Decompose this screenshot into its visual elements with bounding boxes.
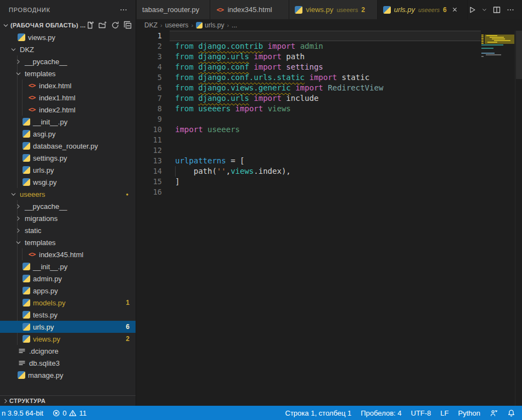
code-line-7: from django.urls import include bbox=[175, 93, 478, 104]
tree-row-manage.py[interactable]: manage.py bbox=[0, 369, 136, 381]
tree-row-admin.py[interactable]: admin.py bbox=[0, 273, 136, 285]
tree-row-DKZ[interactable]: DKZ bbox=[0, 43, 136, 55]
python-icon bbox=[23, 287, 30, 294]
status-item[interactable]: UTF-8 bbox=[411, 409, 431, 417]
tree-row-templates[interactable]: templates bbox=[0, 67, 136, 80]
tree-row-wsgi.py[interactable]: wsgi.py bbox=[0, 176, 136, 188]
tab-description: useeers bbox=[418, 7, 440, 13]
tree-item-label: wsgi.py bbox=[33, 178, 57, 186]
status-problems[interactable]: 011 bbox=[52, 409, 87, 417]
tree-row-index.html[interactable]: <>index.html bbox=[0, 80, 136, 92]
breadcrumb-item[interactable]: DKZ bbox=[144, 21, 158, 29]
tab-tabase-roouter.py[interactable]: tabase_roouter.py bbox=[137, 0, 210, 19]
tree-row-views.py[interactable]: views.py bbox=[0, 31, 136, 43]
html-icon: <> bbox=[27, 94, 36, 101]
code-line-11 bbox=[175, 135, 478, 145]
outline-label: СТРУКТУРА bbox=[9, 398, 46, 404]
tree-row-urls.py[interactable]: urls.py6 bbox=[0, 321, 136, 333]
code-line-4: from django.conf import settings bbox=[175, 62, 478, 72]
breadcrumb-item[interactable]: useeers bbox=[165, 21, 189, 29]
tab-bar: tabase_roouter.py<>index345.htmlviews.py… bbox=[137, 0, 522, 19]
chevron-right-icon bbox=[15, 58, 22, 65]
tab-description: useeers bbox=[336, 7, 358, 13]
tree-row-database-roouter.py[interactable]: database_roouter.py bbox=[0, 140, 136, 152]
file-tree: views.pyDKZ__pycache__templates<>index.h… bbox=[0, 31, 136, 381]
tree-row-static[interactable]: static bbox=[0, 224, 136, 236]
code-token: views bbox=[231, 167, 254, 175]
tree-row-settings.py[interactable]: settings.py bbox=[0, 152, 136, 164]
tree-row-models.py[interactable]: models.py1 bbox=[0, 297, 136, 309]
status-item[interactable]: Пробелов: 4 bbox=[361, 409, 401, 417]
code-token: import bbox=[295, 83, 323, 92]
tree-row-tests.py[interactable]: tests.py bbox=[0, 309, 136, 321]
html-icon: <> bbox=[216, 6, 224, 14]
code-editor[interactable]: 12345678910111213141516 from django.cont… bbox=[137, 31, 522, 406]
more-actions-icon[interactable] bbox=[506, 5, 515, 14]
tree-row-asgi.py[interactable]: asgi.py bbox=[0, 128, 136, 140]
status-item[interactable]: LF bbox=[440, 409, 448, 417]
close-icon[interactable] bbox=[451, 6, 458, 13]
run-dropdown-icon[interactable] bbox=[481, 5, 487, 14]
feedback-icon bbox=[490, 409, 498, 417]
breadcrumb-item[interactable]: urls.py bbox=[196, 21, 224, 29]
code-token: RedirectView bbox=[328, 83, 383, 92]
code-token: , bbox=[226, 167, 231, 175]
status-feedback[interactable] bbox=[490, 409, 498, 417]
tree-row-templates[interactable]: templates bbox=[0, 236, 136, 248]
code-token: admin bbox=[300, 42, 323, 50]
tree-row-migrations[interactable]: migrations bbox=[0, 212, 136, 224]
explorer-sidebar: ПРОВОДНИК (РАБОЧАЯ ОБЛАСТЬ) ... views.py… bbox=[0, 0, 136, 406]
more-actions-icon[interactable] bbox=[119, 5, 128, 14]
collapse-all-icon[interactable] bbox=[124, 21, 132, 30]
minimap-line bbox=[481, 56, 484, 57]
run-icon[interactable] bbox=[468, 5, 476, 14]
tab-urls.py[interactable]: urls.pyuseeers6 bbox=[378, 0, 468, 19]
status-interpreter[interactable]: n 3.9.5 64-bit bbox=[2, 409, 43, 417]
scrollbar-thumb[interactable] bbox=[516, 31, 522, 79]
tab-views.py[interactable]: views.pyuseeers2 bbox=[289, 0, 377, 19]
tree-row-index1.html[interactable]: <>index1.html bbox=[0, 92, 136, 104]
minimap-line bbox=[481, 38, 484, 39]
tree-item-label: templates bbox=[25, 239, 55, 247]
tree-item-label: static bbox=[25, 226, 41, 235]
minimap[interactable] bbox=[481, 32, 514, 147]
outline-section-header[interactable]: СТРУКТУРА bbox=[0, 395, 136, 406]
chevron-right-icon bbox=[15, 203, 22, 210]
status-bell[interactable] bbox=[507, 409, 515, 417]
tree-row-db.sqlite3[interactable]: db.sqlite3 bbox=[0, 357, 136, 369]
tree-row-useeers[interactable]: useeers● bbox=[0, 188, 136, 200]
tree-item-label: db.sqlite3 bbox=[29, 359, 60, 367]
chevron-right-icon bbox=[15, 215, 22, 222]
line-number: 9 bbox=[137, 114, 162, 124]
tree-row--pycache-[interactable]: __pycache__ bbox=[0, 200, 136, 212]
status-item[interactable]: Python bbox=[458, 409, 480, 417]
tree-row--pycache-[interactable]: __pycache__ bbox=[0, 55, 136, 67]
explorer-title: ПРОВОДНИК bbox=[9, 7, 50, 13]
code-line-8: from useeers import views bbox=[175, 104, 478, 114]
workspace-section-header[interactable]: (РАБОЧАЯ ОБЛАСТЬ) ... bbox=[0, 19, 136, 31]
tree-row-views.py[interactable]: views.py2 bbox=[0, 333, 136, 345]
python-icon bbox=[23, 142, 30, 150]
status-item[interactable]: Строка 1, столбец 1 bbox=[285, 409, 352, 417]
tree-row--init-.py[interactable]: __init__.py bbox=[0, 260, 136, 273]
tree-item-label: migrations bbox=[25, 214, 58, 223]
tree-row-index2.html[interactable]: <>index2.html bbox=[0, 104, 136, 116]
tree-item-label: __init__.py bbox=[33, 118, 68, 126]
tree-row-urls.py[interactable]: urls.py bbox=[0, 164, 136, 176]
breadcrumb-item[interactable]: ... bbox=[232, 21, 237, 29]
modified-dot: ● bbox=[126, 192, 128, 197]
new-folder-icon[interactable] bbox=[98, 21, 107, 30]
code-line-6: from django.views.generic import Redirec… bbox=[175, 83, 478, 93]
tree-row-index345.html[interactable]: <>index345.html bbox=[0, 248, 136, 260]
tree-item-label: manage.py bbox=[28, 371, 63, 379]
split-editor-icon[interactable] bbox=[492, 5, 501, 14]
new-file-icon[interactable] bbox=[86, 21, 94, 30]
tree-row-.dcignore[interactable]: .dcignore bbox=[0, 345, 136, 357]
tree-row--init-.py[interactable]: __init__.py bbox=[0, 116, 136, 128]
refresh-icon[interactable] bbox=[111, 21, 120, 30]
tree-row-apps.py[interactable]: apps.py bbox=[0, 285, 136, 297]
tree-item-label: templates bbox=[25, 70, 55, 78]
status-bar: n 3.9.5 64-bit011 Строка 1, столбец 1Про… bbox=[0, 406, 522, 420]
tab-index345.html[interactable]: <>index345.html bbox=[210, 0, 290, 19]
code-token: from bbox=[175, 104, 198, 113]
